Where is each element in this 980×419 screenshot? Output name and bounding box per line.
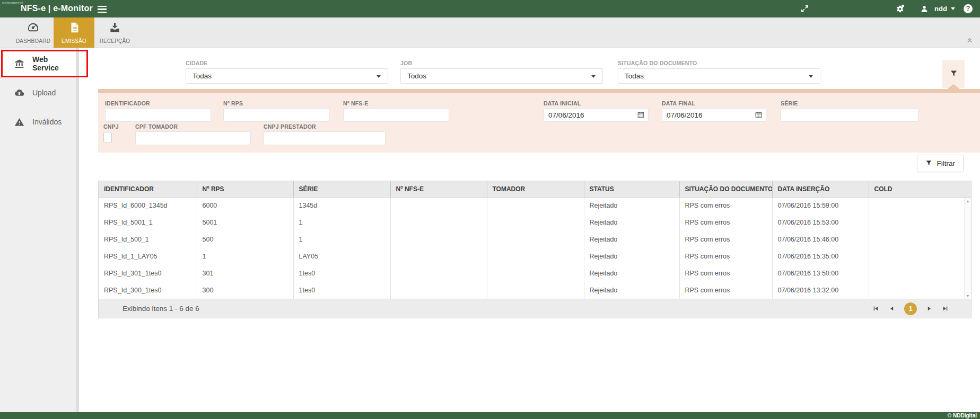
serie-input[interactable] xyxy=(781,108,918,122)
scroll-up-icon[interactable]: ▲ xyxy=(965,199,971,203)
table-row[interactable]: RPS_Id_301_1tes03011tes0RejeitadoRPS com… xyxy=(99,265,971,282)
settings-icon[interactable] xyxy=(895,0,905,17)
data-inicial-input[interactable] xyxy=(544,108,649,122)
table-cell xyxy=(869,265,971,282)
pagination-next-button[interactable] xyxy=(926,305,933,312)
filter-panel: IDENTIFICADOR Nº RPS Nº NFS-E DATA INICI… xyxy=(98,93,980,153)
table-cell: RPS com erros xyxy=(679,231,772,248)
column-header[interactable]: TOMADOR xyxy=(487,181,584,197)
column-header[interactable]: COLD xyxy=(869,181,971,197)
scroll-down-icon[interactable]: ▼ xyxy=(965,294,971,298)
nrps-field: Nº RPS xyxy=(223,100,329,122)
funnel-icon xyxy=(950,69,958,79)
table-header-row: IDENTIFICADOR Nº RPS SÉRIE Nº NFS-E TOMA… xyxy=(99,181,971,197)
table-cell xyxy=(487,265,584,282)
table-cell: 1tes0 xyxy=(293,282,390,299)
cnpj-prestador-input[interactable] xyxy=(264,131,386,145)
table-cell: 07/06/2016 15:35:00 xyxy=(772,248,869,265)
user-menu[interactable]: ndd xyxy=(934,0,955,17)
pagination-first-button[interactable] xyxy=(872,305,879,312)
table-cell: 07/06/2016 15:46:00 xyxy=(772,231,869,248)
column-header[interactable]: STATUS xyxy=(584,181,679,197)
table-cell xyxy=(390,214,487,231)
cnpj-checkbox[interactable] xyxy=(103,132,112,143)
table-cell: LAY05 xyxy=(293,248,390,265)
chevron-down-icon xyxy=(377,75,381,78)
column-header[interactable]: SITUAÇÃO DO DOCUMENTO xyxy=(679,181,772,197)
table-row[interactable]: RPS_Id_300_1tes03001tes0RejeitadoRPS com… xyxy=(99,282,971,299)
collapse-toolbar-icon[interactable] xyxy=(966,36,973,46)
table-cell: 1tes0 xyxy=(293,265,390,282)
table-cell xyxy=(390,248,487,265)
table-cell: RPS com erros xyxy=(679,214,772,231)
table-cell: 07/06/2016 13:50:00 xyxy=(772,265,869,282)
nrps-input[interactable] xyxy=(223,108,329,122)
table-row[interactable]: RPS_Id_1_LAY051LAY05RejeitadoRPS com err… xyxy=(99,248,971,265)
column-header[interactable]: IDENTIFICADOR xyxy=(99,181,197,197)
table-cell: 301 xyxy=(197,265,293,282)
table-cell xyxy=(487,231,584,248)
warning-icon xyxy=(14,117,24,127)
sidebar-item-invalidos[interactable]: Inválidos xyxy=(0,111,76,132)
table-cell: Rejeitado xyxy=(584,197,679,214)
identificador-input[interactable] xyxy=(105,108,211,122)
job-label: JOB xyxy=(400,60,603,66)
table-cell: 07/06/2016 15:59:00 xyxy=(772,197,869,214)
table-cell: 1 xyxy=(293,231,390,248)
sidebar-item-upload[interactable]: Upload xyxy=(0,82,76,103)
pagination-last-button[interactable] xyxy=(942,305,949,312)
column-header[interactable]: Nº NFS-E xyxy=(390,181,487,197)
table-cell: 500 xyxy=(197,231,293,248)
pagination-page-1[interactable]: 1 xyxy=(904,302,917,315)
app-title: NFS-e | e-Monitor xyxy=(21,4,93,13)
tab-recepcao[interactable]: RECEPÇÃO xyxy=(94,17,135,48)
table-cell: RPS_Id_5001_1 xyxy=(99,214,197,231)
data-final-field: DATA FINAL xyxy=(662,100,766,122)
table-scrollbar[interactable]: ▲ ▼ xyxy=(964,198,971,299)
table-cell: RPS com erros xyxy=(679,265,772,282)
situacao-select[interactable]: Todas xyxy=(618,68,820,84)
filtrar-button[interactable]: Filtrar xyxy=(917,155,964,172)
cidade-label: CIDADE xyxy=(186,60,388,66)
module-toolbar: DASHBOARD EMISSÃO RECEPÇÃO xyxy=(0,17,980,48)
fullscreen-icon[interactable] xyxy=(800,0,809,17)
column-header[interactable]: Nº RPS xyxy=(197,181,293,197)
table-cell: 1 xyxy=(197,248,293,265)
download-tray-icon xyxy=(109,21,121,35)
column-header[interactable]: DATA INSERÇÃO xyxy=(772,181,869,197)
select-group-cidade: CIDADE Todas xyxy=(186,60,388,84)
annotation-highlight xyxy=(1,50,88,77)
pagination-prev-button[interactable] xyxy=(888,305,895,312)
sidebar-item-label: Inválidos xyxy=(32,118,62,126)
table-cell: 6000 xyxy=(197,197,293,214)
table-row[interactable]: RPS_Id_5001_150011RejeitadoRPS com erros… xyxy=(99,214,971,231)
table-cell: Rejeitado xyxy=(584,282,679,299)
table-cell xyxy=(390,231,487,248)
sidebar-item-label: Upload xyxy=(32,88,56,97)
cpf-tomador-input[interactable] xyxy=(135,131,251,145)
cloud-upload-icon xyxy=(14,88,24,98)
user-menu-label: ndd xyxy=(934,5,947,13)
table-row[interactable]: RPS_Id_500_15001RejeitadoRPS com erros07… xyxy=(99,231,971,248)
cidade-select[interactable]: Todas xyxy=(186,68,388,84)
app-window: nddconnect NFS-e | e-Monitor ndd ? xyxy=(0,0,980,419)
help-icon[interactable]: ? xyxy=(964,0,973,17)
job-select[interactable]: Todos xyxy=(400,68,603,84)
table-cell xyxy=(869,197,971,214)
table-row[interactable]: RPS_Id_6000_1345d60001345dRejeitadoRPS c… xyxy=(99,197,971,214)
pagination: 1 xyxy=(872,302,949,315)
table-cell xyxy=(487,197,584,214)
table-cell: Rejeitado xyxy=(584,248,679,265)
copyright-label: © NDDigital xyxy=(948,413,977,418)
items-summary: Exibindo itens 1 - 6 de 6 xyxy=(122,305,199,313)
table-cell xyxy=(869,231,971,248)
data-final-input[interactable] xyxy=(662,108,766,122)
tab-dashboard[interactable]: DASHBOARD xyxy=(13,17,54,48)
table-cell: RPS_Id_300_1tes0 xyxy=(99,282,197,299)
table-cell: RPS_Id_6000_1345d xyxy=(99,197,197,214)
column-header[interactable]: SÉRIE xyxy=(293,181,390,197)
cnpj-prestador-field: CNPJ PRESTADOR xyxy=(264,123,386,145)
tab-emissao[interactable]: EMISSÃO xyxy=(54,17,94,48)
nnfse-input[interactable] xyxy=(343,108,449,122)
menu-icon[interactable] xyxy=(98,6,107,14)
